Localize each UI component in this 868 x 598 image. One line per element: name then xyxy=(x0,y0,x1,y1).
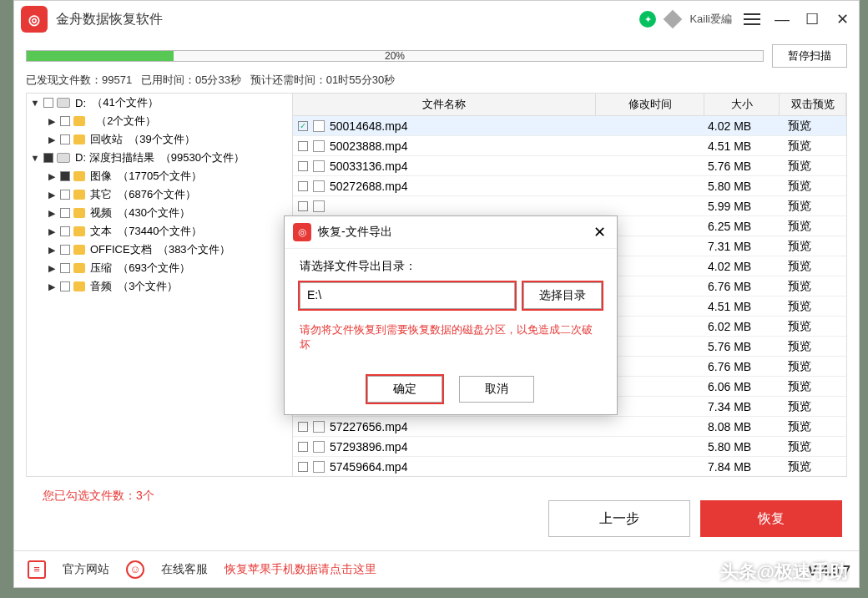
prev-step-button[interactable]: 上一步 xyxy=(548,500,690,537)
col-preview[interactable]: 双击预览 xyxy=(780,94,846,115)
table-row[interactable]: 57459664.mp47.84 MB预览 xyxy=(293,457,846,476)
tree-item[interactable]: ▶ （2个文件） xyxy=(27,112,292,130)
export-dialog: ◎ 恢复-文件导出 ✕ 请选择文件导出目录： E:\ 选择目录 请勿将文件恢复到… xyxy=(284,215,618,415)
table-row[interactable]: 57227656.mp48.08 MB预览 xyxy=(293,417,846,437)
browse-button[interactable]: 选择目录 xyxy=(523,282,602,309)
tree-item[interactable]: ▶回收站 （39个文件） xyxy=(27,130,292,149)
tree-item[interactable]: ▶视频 （430个文件） xyxy=(27,204,292,222)
titlebar: ◎ 金舟数据恢复软件 ✦ Kaili爱編 — ☐ ✕ xyxy=(14,1,859,38)
tree-item[interactable]: ▼D: （41个文件） xyxy=(27,94,292,112)
support-icon[interactable]: ☺ xyxy=(126,560,144,579)
wechat-icon[interactable]: ✦ xyxy=(639,11,656,28)
vip-icon[interactable] xyxy=(664,10,683,29)
tree-item[interactable]: ▶文本 （73440个文件） xyxy=(27,222,292,241)
dialog-cancel-button[interactable]: 取消 xyxy=(459,376,534,403)
folder-tree[interactable]: ▼D: （41个文件）▶ （2个文件）▶回收站 （39个文件）▼D: 深度扫描结… xyxy=(26,93,293,477)
dialog-ok-button[interactable]: 确定 xyxy=(367,376,442,403)
maximize-button[interactable]: ☐ xyxy=(802,9,822,29)
dialog-close-button[interactable]: ✕ xyxy=(590,223,608,241)
support-link[interactable]: 在线客服 xyxy=(161,562,208,577)
col-date[interactable]: 修改时间 xyxy=(596,94,704,115)
website-link[interactable]: 官方网站 xyxy=(63,562,109,577)
table-row[interactable]: ✓50014648.mp44.02 MB预览 xyxy=(293,116,846,136)
col-size[interactable]: 大小 xyxy=(704,94,780,115)
menu-button[interactable] xyxy=(742,9,762,29)
pause-scan-button[interactable]: 暂停扫描 xyxy=(772,44,847,68)
scan-progress: 20% xyxy=(26,50,764,62)
apple-recovery-link[interactable]: 恢复苹果手机数据请点击这里 xyxy=(225,562,376,577)
minimize-button[interactable]: — xyxy=(772,9,792,29)
dialog-title: 恢复-文件导出 xyxy=(318,225,583,240)
app-logo-icon: ◎ xyxy=(21,6,48,33)
export-path-input[interactable]: E:\ xyxy=(300,282,515,309)
table-header: 文件名称 修改时间 大小 双击预览 xyxy=(293,94,846,116)
table-row[interactable]: 57293896.mp45.80 MB预览 xyxy=(293,437,846,457)
website-icon[interactable]: ≡ xyxy=(28,560,46,579)
tree-item[interactable]: ▶其它 （6876个文件） xyxy=(27,185,292,204)
table-row[interactable]: 5.99 MB预览 xyxy=(293,196,846,216)
recover-button[interactable]: 恢复 xyxy=(700,500,842,537)
tree-item[interactable]: ▶OFFICE文档 （383个文件） xyxy=(27,241,292,259)
col-name[interactable]: 文件名称 xyxy=(293,94,596,115)
table-row[interactable]: 50033136.mp45.76 MB预览 xyxy=(293,156,846,176)
scan-status: 已发现文件数：99571 已用时间：05分33秒 预计还需时间：01时55分30… xyxy=(26,73,847,88)
table-row[interactable]: 50272688.mp45.80 MB预览 xyxy=(293,176,846,196)
dialog-warning: 请勿将文件恢复到需要恢复数据的磁盘分区，以免造成二次破坏 xyxy=(300,322,602,352)
tree-item[interactable]: ▼D: 深度扫描结果 （99530个文件） xyxy=(27,149,292,167)
tree-item[interactable]: ▶图像 （17705个文件） xyxy=(27,167,292,185)
progress-percent: 20% xyxy=(385,50,405,62)
close-button[interactable]: ✕ xyxy=(832,9,852,29)
watermark: 头条@极速手助 xyxy=(720,560,848,585)
dialog-label: 请选择文件导出目录： xyxy=(300,259,602,274)
tree-item[interactable]: ▶音频 （3个文件） xyxy=(27,277,292,296)
table-row[interactable]: 50023888.mp44.51 MB预览 xyxy=(293,136,846,156)
dialog-logo-icon: ◎ xyxy=(293,223,311,241)
tree-item[interactable]: ▶压缩 （693个文件） xyxy=(27,259,292,277)
app-title: 金舟数据恢复软件 xyxy=(56,11,639,28)
user-name[interactable]: Kaili爱編 xyxy=(689,12,732,27)
